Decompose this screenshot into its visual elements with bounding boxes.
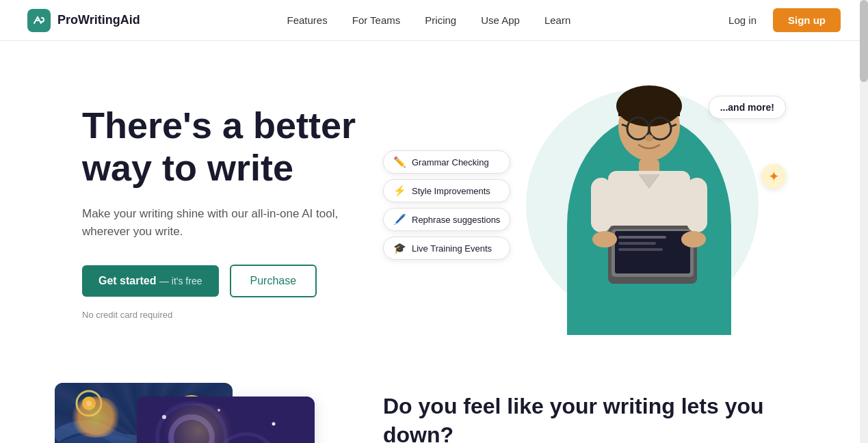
svg-point-31	[171, 417, 212, 443]
feature-tag-style: ⚡ Style Improvements	[383, 179, 510, 202]
artwork-container: My idea in my head	[55, 383, 315, 443]
section-two-content: Do you feel like your writing lets you d…	[383, 392, 786, 443]
svg-rect-18	[687, 178, 707, 232]
svg-point-24	[86, 401, 92, 406]
section-two: My idea in my head Do you feel like your…	[0, 369, 868, 443]
svg-rect-30	[137, 397, 315, 443]
svg-rect-17	[591, 178, 611, 232]
nav-use-app[interactable]: Use App	[471, 10, 529, 30]
svg-rect-16	[618, 248, 663, 251]
login-button[interactable]: Log in	[718, 10, 767, 31]
svg-rect-14	[618, 236, 666, 239]
svg-point-23	[82, 397, 96, 410]
get-started-button[interactable]: Get started — it's free	[82, 265, 219, 297]
logo-area: ProWritingAid	[27, 9, 140, 32]
artwork-area: My idea in my head	[55, 383, 328, 443]
svg-point-35	[162, 415, 166, 419]
purchase-button[interactable]: Purchase	[230, 265, 317, 297]
no-credit-text: No credit card required	[82, 310, 438, 320]
sparkle-badge: ✦	[761, 164, 786, 189]
free-label: — it's free	[159, 276, 202, 286]
hero-cta-group: Get started — it's free Purchase	[82, 265, 438, 297]
nav-teams[interactable]: For Teams	[343, 10, 410, 30]
person-illustration	[553, 82, 745, 335]
svg-point-36	[218, 409, 220, 412]
nav-pricing[interactable]: Pricing	[415, 10, 466, 30]
nav-features[interactable]: Features	[278, 10, 337, 30]
more-bubble: ...and more!	[709, 96, 786, 119]
svg-rect-15	[618, 242, 656, 245]
navbar: ProWritingAid Features For Teams Pricing…	[0, 0, 868, 41]
feature-tag-rephrase: 🖊️ Rephrase suggestions	[383, 208, 510, 231]
svg-point-22	[77, 391, 101, 416]
svg-point-8	[645, 135, 653, 142]
section-two-title: Do you feel like your writing lets you d…	[383, 392, 786, 443]
feature-tag-training: 🎓 Live Training Events	[383, 237, 510, 260]
svg-point-37	[272, 422, 276, 426]
feature-tag-grammar: ✏️ Grammar Checking	[383, 150, 510, 174]
nav-learn[interactable]: Learn	[535, 10, 580, 30]
hero-illustration: ...and more! ✦	[438, 82, 800, 342]
grammar-icon: ✏️	[393, 156, 406, 168]
svg-rect-2	[618, 103, 680, 116]
style-icon: ⚡	[393, 185, 406, 197]
artwork-overlay	[137, 397, 315, 443]
scrollbar-thumb[interactable]	[860, 0, 868, 82]
feature-tags-list: ✏️ Grammar Checking ⚡ Style Improvements…	[383, 150, 510, 260]
brand-name: ProWritingAid	[57, 13, 140, 27]
hero-section: There's a better way to write Make your …	[0, 41, 868, 369]
svg-point-20	[681, 231, 706, 247]
scrollbar-track[interactable]	[860, 0, 868, 443]
svg-point-19	[592, 231, 617, 247]
nav-links: Features For Teams Pricing Use App Learn	[278, 10, 581, 30]
hero-subtitle: Make your writing shine with our all-in-…	[82, 205, 342, 240]
signup-button[interactable]: Sign up	[773, 8, 841, 32]
rephrase-icon: 🖊️	[393, 213, 406, 226]
training-icon: 🎓	[393, 242, 406, 254]
nav-auth: Log in Sign up	[718, 8, 841, 32]
logo-icon	[27, 9, 51, 32]
